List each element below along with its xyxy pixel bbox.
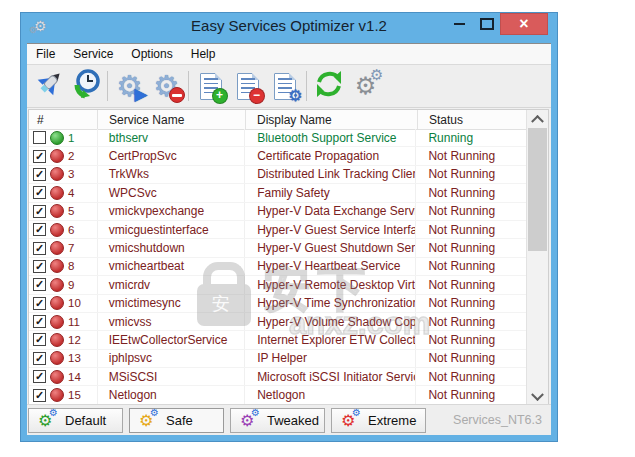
row-checkbox[interactable]: ✓	[33, 150, 46, 163]
table-row[interactable]: 1bthservBluetooth Support ServiceRunning	[29, 129, 526, 147]
table-row[interactable]: ✓8vmicheartbeatHyper-V Heartbeat Service…	[29, 258, 526, 276]
table-row[interactable]: ✓15NetlogonNetlogonNot Running	[29, 386, 526, 404]
add-service-button[interactable]: +	[192, 68, 229, 105]
service-name-cell: WPCSvc	[98, 184, 245, 201]
title-bar: ⚙⚙ Easy Services Optimizer v1.2 ×	[21, 13, 557, 43]
table-row[interactable]: ✓7vmicshutdownHyper-V Guest Shutdown Ser…	[29, 239, 526, 257]
table-row[interactable]: ✓11vmicvssHyper-V Volume Shadow Copy ...…	[29, 313, 526, 331]
column-header-status[interactable]: Status	[418, 110, 528, 129]
row-checkbox[interactable]: ✓	[33, 205, 46, 218]
service-name-cell: vmicvss	[98, 313, 245, 330]
row-checkbox[interactable]: ✓	[33, 278, 46, 291]
row-checkbox[interactable]: ✓	[33, 168, 46, 181]
scroll-up-button[interactable]	[527, 110, 548, 127]
row-checkbox[interactable]: ✓	[33, 389, 46, 402]
scrollbar-thumb[interactable]	[528, 128, 547, 251]
table-row[interactable]: ✓3TrkWksDistributed Link Tracking Client…	[29, 166, 526, 184]
table-row[interactable]: ✓5vmickvpexchangeHyper-V Data Exchange S…	[29, 203, 526, 221]
status-cell: Running	[416, 129, 526, 146]
display-name-cell: Internet Explorer ETW Collecto...	[245, 331, 416, 348]
table-row[interactable]: ✓12IEEtwCollectorServiceInternet Explore…	[29, 331, 526, 349]
service-name-cell: iphlpsvc	[98, 350, 245, 367]
vertical-scrollbar[interactable]	[526, 110, 548, 406]
stop-service-button[interactable]: ⚙	[148, 68, 185, 105]
settings-button[interactable]: ⚙⚙	[347, 68, 384, 105]
row-select-cell: ✓7	[29, 239, 98, 256]
status-text: Services_NT6.3	[453, 413, 551, 427]
preset-extreme-button[interactable]: ⚙⚙Extreme	[331, 408, 426, 433]
row-checkbox[interactable]: ✓	[33, 186, 46, 199]
menu-file[interactable]: File	[27, 44, 64, 64]
preset-tweaked-button[interactable]: ⚙⚙Tweaked	[230, 408, 325, 433]
preset-default-button[interactable]: ⚙⚙Default	[28, 408, 123, 433]
launch-button[interactable]	[30, 68, 67, 105]
gear-icon: ⚙⚙	[240, 411, 258, 429]
gear-icon: ⚙⚙	[139, 411, 157, 429]
table-row[interactable]: ✓4WPCSvcFamily SafetyNot Running	[29, 184, 526, 202]
display-name-cell: Hyper-V Remote Desktop Virtu...	[245, 276, 416, 293]
row-number: 14	[68, 371, 81, 383]
status-cell: Not Running	[416, 331, 526, 348]
status-dot-red-icon	[50, 223, 64, 237]
column-header-displayname[interactable]: Display Name	[246, 110, 418, 129]
minimize-button[interactable]	[446, 14, 473, 34]
start-service-button[interactable]: ⚙▶	[111, 68, 148, 105]
toolbar-separator	[107, 71, 108, 101]
refresh-button[interactable]	[310, 68, 347, 105]
row-checkbox[interactable]: ✓	[33, 315, 46, 328]
display-name-cell: Family Safety	[245, 184, 416, 201]
table-row[interactable]: ✓6vmicguestinterfaceHyper-V Guest Servic…	[29, 221, 526, 239]
column-header-servicename[interactable]: Service Name	[98, 110, 246, 129]
row-select-cell: ✓12	[29, 331, 98, 348]
row-checkbox[interactable]: ✓	[33, 352, 46, 365]
row-number: 8	[68, 260, 74, 272]
row-checkbox[interactable]	[33, 131, 46, 144]
service-name-cell: vmicheartbeat	[98, 258, 245, 275]
table-row[interactable]: ✓9vmicrdvHyper-V Remote Desktop Virtu...…	[29, 276, 526, 294]
row-checkbox[interactable]: ✓	[33, 242, 46, 255]
preset-safe-button[interactable]: ⚙⚙Safe	[129, 408, 224, 433]
row-checkbox[interactable]: ✓	[33, 333, 46, 346]
row-checkbox[interactable]: ✓	[33, 297, 46, 310]
service-name-cell: TrkWks	[98, 166, 245, 183]
table-row[interactable]: ✓10vmictimesyncHyper-V Time Synchronizat…	[29, 295, 526, 313]
services-table: #Service NameDisplay NameStatus 1bthserv…	[28, 109, 549, 407]
display-name-cell: Hyper-V Guest Service Interface	[245, 221, 416, 238]
close-icon: ×	[519, 16, 528, 32]
row-checkbox[interactable]: ✓	[33, 223, 46, 236]
status-cell: Not Running	[416, 350, 526, 367]
menu-options[interactable]: Options	[122, 44, 181, 64]
row-number: 6	[68, 224, 74, 236]
gear-icon: ⚙⚙	[38, 411, 56, 429]
row-number: 1	[68, 132, 74, 144]
row-select-cell: ✓2	[29, 147, 98, 164]
row-checkbox[interactable]: ✓	[33, 370, 46, 383]
menu-help[interactable]: Help	[182, 44, 225, 64]
row-select-cell: ✓14	[29, 368, 98, 385]
table-row[interactable]: ✓13iphlpsvcIP HelperNot Running	[29, 350, 526, 368]
restore-button[interactable]	[67, 68, 104, 105]
menu-service[interactable]: Service	[64, 44, 122, 64]
list-gear-icon: ⚙	[269, 70, 301, 102]
status-cell: Not Running	[416, 239, 526, 256]
gear-stop-icon: ⚙	[151, 70, 183, 102]
list-add-icon: +	[195, 70, 227, 102]
preset-label: Extreme	[368, 413, 416, 428]
column-header-[interactable]: #	[29, 110, 98, 129]
row-number: 2	[68, 150, 74, 162]
status-dot-red-icon	[50, 186, 64, 200]
row-number: 4	[68, 187, 74, 199]
status-dot-red-icon	[50, 296, 64, 310]
table-row[interactable]: ✓14MSiSCSIMicrosoft iSCSI Initiator Serv…	[29, 368, 526, 386]
list-remove-icon: −	[232, 70, 264, 102]
row-number: 11	[68, 316, 80, 328]
display-name-cell: Hyper-V Data Exchange Service	[245, 203, 416, 220]
row-checkbox[interactable]: ✓	[33, 260, 46, 273]
maximize-button[interactable]	[473, 14, 500, 34]
status-dot-red-icon	[50, 351, 64, 365]
table-row[interactable]: ✓2CertPropSvcCertificate PropagationNot …	[29, 147, 526, 165]
display-name-cell: Hyper-V Guest Shutdown Service	[245, 239, 416, 256]
remove-service-button[interactable]: −	[229, 68, 266, 105]
close-button[interactable]: ×	[500, 13, 548, 35]
edit-service-list-button[interactable]: ⚙	[266, 68, 303, 105]
